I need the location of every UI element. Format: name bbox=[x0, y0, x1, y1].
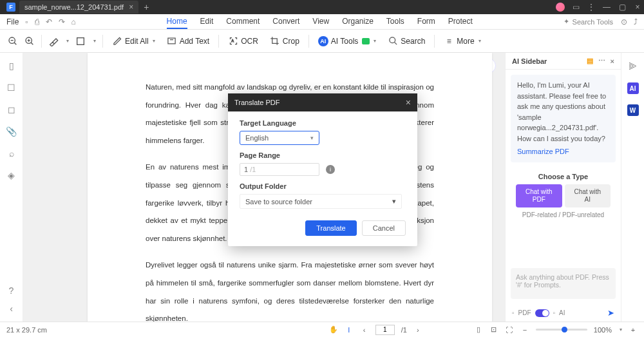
search-button[interactable]: Search bbox=[385, 35, 428, 48]
edit-all-button[interactable]: Edit All ▾ bbox=[109, 35, 158, 48]
menu-edit[interactable]: Edit bbox=[200, 15, 214, 29]
target-language-select[interactable]: English ▾ bbox=[240, 131, 319, 145]
ocr-label: OCR bbox=[241, 37, 258, 46]
menu-bar: File ▫ ⎙ ↶ ↷ ⌂ Home Edit Comment Convert… bbox=[0, 14, 644, 30]
menu-home[interactable]: Home bbox=[167, 15, 187, 29]
page-dimensions: 21 x 29.7 cm bbox=[6, 326, 47, 334]
target-language-label: Target Language bbox=[240, 119, 406, 127]
hand-tool-icon[interactable]: ✋ bbox=[329, 325, 338, 334]
zoom-in-status-icon[interactable]: + bbox=[629, 325, 638, 334]
toolbar: ▾ ▾ Edit All ▾ Add Text A OCR Crop AI AI… bbox=[0, 30, 644, 53]
help-icon[interactable]: ? bbox=[6, 285, 17, 296]
close-tab-icon[interactable]: × bbox=[129, 3, 133, 12]
page-range-input[interactable]: 1 /1 bbox=[240, 163, 319, 176]
more-icon: ≡ bbox=[444, 36, 454, 46]
tab-title: sample_norwe...12_204731.pdf bbox=[24, 3, 124, 11]
menu-organize[interactable]: Organize bbox=[342, 15, 374, 29]
highlighter-dropdown[interactable]: ▾ bbox=[66, 38, 69, 44]
menu-view[interactable]: View bbox=[312, 15, 329, 29]
chat-with-pdf-button[interactable]: Chat withPDF bbox=[516, 184, 562, 207]
cloud-icon[interactable]: ⊙ bbox=[621, 17, 627, 26]
pencil-icon bbox=[112, 36, 122, 46]
ai-prompt-placeholder: Ask anything about PDF. Press '#' for Pr… bbox=[516, 273, 609, 289]
ocr-button[interactable]: A OCR bbox=[225, 35, 261, 48]
modal-close-icon[interactable]: × bbox=[406, 97, 411, 108]
new-badge-icon bbox=[362, 38, 370, 44]
window-minimize-button[interactable]: — bbox=[603, 3, 611, 12]
more-button[interactable]: ≡ More ▾ bbox=[441, 35, 483, 48]
save-icon[interactable]: ▫ bbox=[25, 17, 28, 26]
choose-type-title: Choose a Type bbox=[511, 173, 616, 180]
ai-tools-button[interactable]: AI AI Tools ▾ bbox=[316, 35, 379, 48]
close-sidebar-icon[interactable]: × bbox=[611, 57, 614, 65]
search-tools[interactable]: ✦ Search Tools bbox=[564, 17, 613, 26]
shape-dropdown[interactable]: ▾ bbox=[93, 38, 96, 44]
collapse-rail-icon[interactable]: ‹ bbox=[6, 303, 17, 314]
shape-icon[interactable] bbox=[75, 36, 86, 46]
more-dots-icon[interactable]: ⋯ bbox=[598, 57, 605, 65]
window-maximize-button[interactable]: ▢ bbox=[618, 3, 626, 12]
menu-tools[interactable]: Tools bbox=[386, 15, 404, 29]
pdf-ai-toggle[interactable] bbox=[535, 309, 549, 317]
zoom-dropdown[interactable]: ▾ bbox=[620, 327, 622, 332]
document-tab[interactable]: sample_norwe...12_204731.pdf × bbox=[19, 1, 138, 14]
home-quick-icon[interactable]: ⌂ bbox=[71, 17, 76, 26]
ocr-icon: A bbox=[228, 36, 238, 46]
prev-page-icon[interactable]: ‹ bbox=[360, 325, 369, 334]
next-page-icon[interactable]: › bbox=[413, 325, 422, 334]
chevron-down-icon: ▾ bbox=[392, 197, 396, 206]
zoom-out-icon[interactable] bbox=[8, 36, 18, 46]
menu-convert[interactable]: Convert bbox=[272, 15, 299, 29]
fullscreen-icon[interactable]: ⛶ bbox=[505, 325, 514, 334]
undo-icon[interactable]: ↶ bbox=[46, 17, 52, 26]
ai-panel-icon[interactable]: AI bbox=[627, 82, 639, 94]
menu-comment[interactable]: Comment bbox=[226, 15, 260, 29]
thumbnails-icon[interactable]: ▯ bbox=[6, 61, 17, 71]
info-icon[interactable]: i bbox=[326, 165, 335, 174]
word-panel-icon[interactable]: W bbox=[627, 104, 639, 116]
bookmarks-icon[interactable]: ☐ bbox=[6, 82, 17, 93]
menu-protect[interactable]: Protect bbox=[448, 15, 473, 29]
user-avatar-icon[interactable] bbox=[556, 3, 565, 12]
panel-icon[interactable]: ▭ bbox=[573, 3, 580, 12]
zoom-in-icon[interactable] bbox=[24, 36, 35, 46]
select-tool-icon[interactable]: I bbox=[345, 325, 354, 334]
redo-icon[interactable]: ↷ bbox=[59, 17, 65, 26]
ai-prompt-input[interactable]: Ask anything about PDF. Press '#' for Pr… bbox=[511, 268, 616, 299]
ai-icon: AI bbox=[318, 36, 328, 46]
type-note: PDF-related / PDF-unrelated bbox=[511, 211, 616, 218]
ai-greeting-text: Hello, I'm Lumi, your AI assistant. Plea… bbox=[517, 81, 606, 142]
rail-search-icon[interactable]: ⌕ bbox=[6, 148, 17, 159]
add-text-button[interactable]: Add Text bbox=[164, 35, 212, 48]
right-rail: ⫸ AI W bbox=[621, 53, 644, 322]
send-icon[interactable]: ➤ bbox=[607, 308, 614, 318]
chat-with-ai-button[interactable]: Chat withAI bbox=[565, 184, 611, 207]
cancel-button[interactable]: Cancel bbox=[362, 220, 406, 236]
status-bar: 21 x 29.7 cm ✋ I ‹ /1 › ▯ ⊡ ⛶ − 100% ▾ + bbox=[0, 322, 644, 337]
cart-icon[interactable]: ▤ bbox=[587, 57, 593, 65]
page-number-input[interactable] bbox=[375, 325, 395, 335]
attachments-icon[interactable]: 📎 bbox=[6, 126, 17, 137]
crop-button[interactable]: Crop bbox=[267, 35, 302, 48]
window-close-button[interactable]: × bbox=[634, 3, 641, 12]
file-menu[interactable]: File bbox=[6, 17, 19, 26]
crop-label: Crop bbox=[283, 37, 299, 46]
settings-slider-icon[interactable]: ⫸ bbox=[628, 61, 638, 72]
zoom-slider[interactable] bbox=[536, 329, 587, 331]
target-language-value: English bbox=[245, 134, 269, 142]
output-folder-value: Save to source folder bbox=[245, 198, 312, 206]
zoom-out-status-icon[interactable]: − bbox=[520, 325, 529, 334]
translate-button[interactable]: Translate bbox=[305, 220, 356, 236]
new-tab-button[interactable]: + bbox=[144, 2, 149, 12]
share-icon[interactable]: ⤴ bbox=[634, 17, 638, 26]
summarize-pdf-link[interactable]: Summarize PDF bbox=[517, 146, 569, 157]
comments-icon[interactable]: ◻ bbox=[6, 104, 17, 115]
kebab-menu-icon[interactable]: ⋮ bbox=[587, 3, 595, 12]
menu-form[interactable]: Form bbox=[417, 15, 435, 29]
view-single-icon[interactable]: ▯ bbox=[474, 325, 483, 334]
view-fit-icon[interactable]: ⊡ bbox=[489, 325, 498, 334]
output-folder-select[interactable]: Save to source folder ▾ bbox=[240, 194, 402, 209]
highlighter-icon[interactable] bbox=[48, 36, 59, 46]
layers-icon[interactable]: ◈ bbox=[6, 170, 17, 180]
print-icon[interactable]: ⎙ bbox=[35, 17, 39, 26]
